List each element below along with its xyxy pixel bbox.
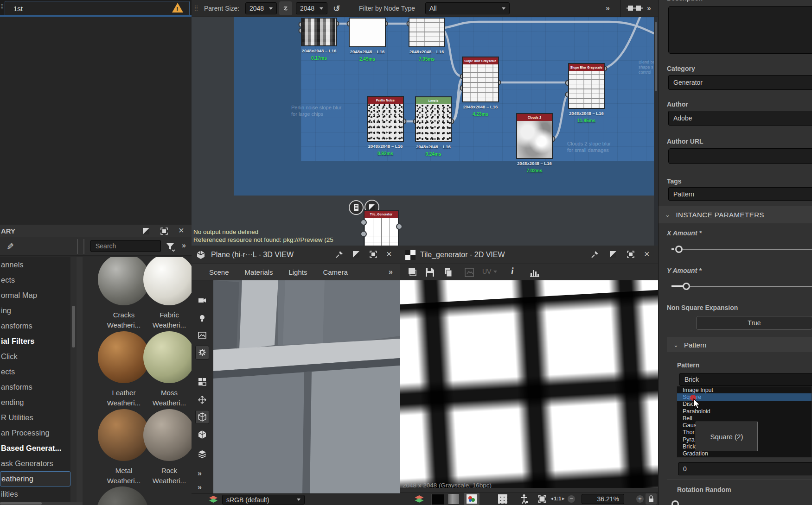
library-splitter[interactable] bbox=[77, 257, 83, 505]
zoom-level-field[interactable]: 36.21% bbox=[582, 494, 624, 504]
category-item-ial-filters[interactable]: ial Filters bbox=[0, 334, 70, 349]
category-item-ects[interactable]: ects bbox=[0, 364, 70, 379]
category-field[interactable]: Generator bbox=[668, 75, 812, 90]
copy-button[interactable] bbox=[442, 266, 454, 280]
solid-cube-button[interactable] bbox=[195, 428, 209, 442]
dock-maximize-button[interactable] bbox=[369, 250, 378, 261]
menu-lights[interactable]: Lights bbox=[288, 268, 307, 276]
x-amount-track[interactable] bbox=[683, 249, 812, 250]
category-item-eathering[interactable]: eathering bbox=[0, 471, 70, 486]
node-badge-document[interactable] bbox=[349, 200, 364, 215]
background-swatch-black[interactable] bbox=[431, 494, 444, 505]
info-button[interactable]: i bbox=[511, 266, 514, 277]
grid-toggle-button[interactable] bbox=[498, 494, 507, 504]
parent-width-select[interactable]: 2048 bbox=[245, 2, 277, 14]
pixel-ratio-button[interactable]: ◂1:1▸ bbox=[551, 496, 564, 501]
dock-maximize-button[interactable] bbox=[160, 227, 169, 238]
parent-height-select[interactable]: 2048 bbox=[296, 2, 327, 14]
uv-unwrap-button[interactable] bbox=[195, 375, 209, 389]
category-item-ing[interactable]: ing bbox=[0, 303, 70, 318]
close-button[interactable]: × bbox=[386, 249, 392, 259]
menu-scene[interactable]: Scene bbox=[209, 268, 229, 276]
description-textarea[interactable] bbox=[668, 6, 812, 54]
category-item-ormal-map[interactable]: ormal Map bbox=[0, 288, 70, 303]
graph-scrollbar[interactable] bbox=[654, 17, 658, 246]
lightbulb-button[interactable] bbox=[195, 311, 209, 325]
category-scrollbar-thumb[interactable] bbox=[72, 306, 75, 347]
toolbar-more-button-2[interactable]: » bbox=[198, 483, 201, 492]
panel-splitter-handle[interactable] bbox=[77, 239, 84, 254]
rotation-random-handle[interactable] bbox=[671, 500, 679, 505]
pin-button[interactable] bbox=[590, 249, 600, 261]
category-item-click[interactable]: Click bbox=[0, 349, 70, 364]
video-camera-button[interactable] bbox=[195, 294, 209, 308]
graph-node-slope-blur-grayscale[interactable]: Slope Blur Grayscale bbox=[569, 64, 604, 108]
save-button[interactable] bbox=[424, 266, 436, 280]
view-2d-viewport[interactable]: 2048 x 2048 (Grayscale, 16bpc) bbox=[400, 280, 658, 488]
author-url-field[interactable] bbox=[668, 148, 812, 164]
graph-node-texture-1[interactable] bbox=[350, 19, 385, 46]
graph-node-levels[interactable]: Levels bbox=[416, 97, 451, 141]
category-item-annels[interactable]: annels bbox=[0, 257, 70, 272]
toolbar-overflow-button[interactable]: » bbox=[606, 4, 609, 13]
thumbnail-rock[interactable]: RockWeatheri... bbox=[142, 409, 192, 486]
zoom-in-button[interactable]: + bbox=[636, 495, 644, 503]
view-3d-viewport[interactable] bbox=[213, 280, 400, 493]
zoom-out-button[interactable]: − bbox=[568, 495, 575, 503]
pin-button[interactable] bbox=[334, 249, 345, 261]
pattern-section[interactable]: ⌄ Pattern bbox=[667, 337, 812, 352]
thumbnail-fabric[interactable]: FabricWeatheri... bbox=[142, 257, 192, 330]
menu-camera[interactable]: Camera bbox=[323, 268, 347, 276]
dock-maximize-button[interactable] bbox=[626, 250, 635, 261]
dock-split-button[interactable] bbox=[141, 227, 151, 238]
graph-node-texture-2[interactable] bbox=[409, 19, 444, 46]
link-dimensions-button[interactable] bbox=[279, 1, 292, 15]
menubar-overflow-button[interactable]: » bbox=[389, 268, 392, 276]
category-item-ask-generators[interactable]: ask Generators bbox=[0, 456, 70, 471]
menu-materials[interactable]: Materials bbox=[245, 268, 273, 276]
x-amount-handle[interactable] bbox=[675, 246, 683, 253]
dock-split-button[interactable] bbox=[352, 250, 361, 261]
horizontal-scrollbar[interactable] bbox=[0, 502, 83, 505]
pattern-select[interactable]: Brick bbox=[679, 373, 812, 386]
node-link-tools-icon[interactable] bbox=[627, 5, 643, 14]
library-overflow-button[interactable]: » bbox=[182, 241, 185, 250]
category-item-based-generat-[interactable]: Based Generat... bbox=[0, 441, 70, 456]
close-button[interactable]: × bbox=[644, 249, 650, 259]
graph-node-perlin-noise[interactable]: Perlin Noise bbox=[368, 97, 403, 141]
graph-scrollbar-thumb[interactable] bbox=[655, 22, 657, 91]
lock-button[interactable] bbox=[646, 493, 657, 505]
horizontal-scrollbar-thumb[interactable] bbox=[0, 502, 42, 505]
category-item-ending[interactable]: ending bbox=[0, 395, 70, 410]
category-item-ilities[interactable]: ilities bbox=[0, 486, 70, 502]
graph-node-slope-blur-grayscale[interactable]: Slope Blur Grayscale bbox=[463, 57, 498, 101]
non-square-expansion-toggle[interactable]: True bbox=[696, 316, 812, 330]
instance-parameters-section[interactable]: ⌄ INSTANCE PARAMETERS bbox=[659, 206, 812, 223]
y-amount-track[interactable] bbox=[690, 286, 812, 287]
layers-button[interactable] bbox=[406, 266, 418, 280]
filter-node-type-select[interactable]: All bbox=[425, 2, 510, 14]
category-scrollbar[interactable] bbox=[70, 257, 77, 505]
category-item-ects[interactable]: ects bbox=[0, 272, 70, 288]
wireframe-cube-button[interactable] bbox=[195, 410, 209, 424]
close-button[interactable]: × bbox=[179, 226, 184, 235]
category-item-an-processing[interactable]: an Processing bbox=[0, 425, 70, 441]
category-item-ansforms[interactable]: ansforms bbox=[0, 379, 70, 395]
reset-size-button[interactable]: ↺✕ bbox=[331, 2, 343, 14]
toolbar-more-button[interactable]: » bbox=[198, 469, 201, 478]
author-field[interactable]: Adobe bbox=[668, 111, 812, 126]
category-item-ansforms[interactable]: ansforms bbox=[0, 318, 70, 334]
transform-image-button[interactable] bbox=[463, 266, 475, 280]
edit-pencil-button[interactable]: ✎ bbox=[4, 240, 17, 253]
layers-button[interactable] bbox=[195, 447, 209, 461]
channels-button-active[interactable] bbox=[464, 493, 480, 505]
y-amount-handle[interactable] bbox=[683, 283, 690, 290]
tab-1st[interactable]: 1st ! bbox=[5, 1, 190, 16]
pattern-amount-field[interactable]: 0 bbox=[678, 462, 812, 475]
transform-axis-button[interactable] bbox=[195, 393, 209, 407]
filter-button[interactable] bbox=[165, 241, 176, 254]
toolbar-overflow-button-2[interactable]: » bbox=[647, 4, 650, 13]
gear-button[interactable] bbox=[195, 346, 209, 360]
dock-split-button[interactable] bbox=[608, 250, 618, 261]
graph-node-texture-0[interactable] bbox=[302, 19, 336, 45]
